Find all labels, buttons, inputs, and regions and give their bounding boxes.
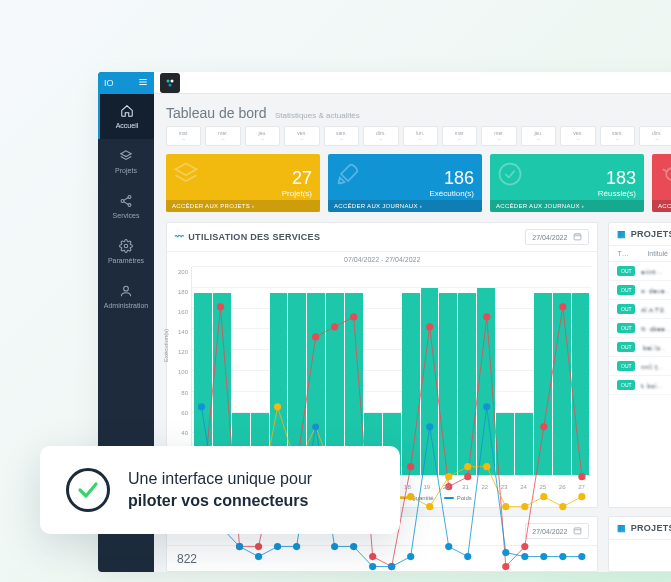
svg-point-56 [407, 493, 414, 500]
project-title: ṭ. ḅọị… [641, 382, 662, 389]
app-logo-icon[interactable] [160, 73, 180, 93]
chart-range-label: 07/04/2022 - 27/04/2022 [167, 252, 597, 263]
svg-point-84 [540, 553, 547, 560]
svg-point-80 [464, 553, 471, 560]
stat-card[interactable]: 183Réussie(s)ACCÉDER AUX JOURNAUX › [490, 154, 644, 212]
project-badge: OUT [617, 304, 635, 314]
svg-point-36 [426, 323, 433, 330]
layers-icon [119, 149, 133, 164]
sidebar-item-administration[interactable]: Administration [98, 274, 154, 319]
date-bar-day[interactable]: ven.– [284, 126, 319, 146]
svg-point-15 [500, 164, 521, 185]
date-bar-day[interactable]: mar.– [166, 126, 201, 146]
svg-marker-14 [176, 164, 197, 176]
date-bar-day[interactable]: mer.– [481, 126, 516, 146]
projects-panel-header: ▦PROJETS [609, 223, 671, 246]
stat-label: Exécution(s) [336, 189, 474, 198]
svg-point-42 [540, 423, 547, 430]
home-icon [120, 104, 134, 119]
svg-point-68 [236, 543, 243, 550]
chart-panel-title: 〰UTILISATION DES SERVICES [175, 232, 320, 242]
stat-label: Réussie(s) [498, 189, 636, 198]
grid-icon: ▦ [617, 523, 626, 533]
svg-point-64 [559, 503, 566, 510]
svg-point-35 [407, 463, 414, 470]
svg-point-13 [169, 83, 172, 86]
svg-point-75 [369, 563, 376, 570]
sidebar-item-label: Services [113, 212, 140, 219]
svg-point-72 [312, 423, 319, 430]
stat-card[interactable]: 27Projet(s)ACCÉDER AUX PROJETS › [166, 154, 320, 212]
project-badge: OUT [617, 285, 635, 295]
date-bar-day[interactable]: mar.– [442, 126, 477, 146]
svg-point-38 [464, 473, 471, 480]
stat-card[interactable]: ÉchouACCÉDER AUX JOURNAUX › [652, 154, 671, 212]
project-row[interactable]: OUT·ḅẹị.ḷṣ… [609, 338, 671, 357]
stat-label: Échou [660, 179, 671, 188]
svg-point-27 [255, 543, 262, 550]
date-bar-day[interactable]: dim.– [363, 126, 398, 146]
project-badge: OUT [617, 361, 635, 371]
sidebar-item-projets[interactable]: Projets [98, 139, 154, 184]
project-row[interactable]: OUTẠḷ.Ạ.Ṭ.Ṣ. [609, 300, 671, 319]
project-badge: OUT [617, 323, 635, 333]
projects-panel: ▦PROJETS T… Intitulé OUTẹrịṇṭ ·..OUTɑ· ḍ… [608, 222, 671, 508]
date-bar-day[interactable]: dim.– [639, 126, 671, 146]
sidebar-item-accueil[interactable]: Accueil [98, 94, 154, 139]
project-row[interactable]: OUTɑ· ḍẹṿạ… [609, 281, 671, 300]
layers-icon [172, 160, 200, 192]
gear-icon [119, 239, 133, 254]
check-icon [496, 160, 524, 192]
hamburger-icon[interactable] [138, 77, 148, 89]
svg-point-78 [426, 423, 433, 430]
svg-point-66 [198, 403, 205, 410]
date-bar-day[interactable]: mer.– [205, 126, 240, 146]
projects-panel-2-header: ▦PROJETS [609, 517, 671, 540]
stat-cards-row: 27Projet(s)ACCÉDER AUX PROJETS ›186Exécu… [154, 154, 671, 222]
date-bar-day[interactable]: jeu.– [521, 126, 556, 146]
svg-point-60 [483, 463, 490, 470]
projects-table-body: OUTẹrịṇṭ ·..OUTɑ· ḍẹṿạ…OUTẠḷ.Ạ.Ṭ.Ṣ.OUTṆ … [609, 262, 671, 395]
feature-callout-text: Une interface unique pour piloter vos co… [128, 468, 312, 511]
svg-point-86 [578, 553, 585, 560]
chart-panel-header: 〰UTILISATION DES SERVICES 27/04/2022 [167, 223, 597, 252]
project-row[interactable]: OUTṭ. ḅọị… [609, 376, 671, 395]
project-row[interactable]: OUTṆ · ṣḅẹẹ… [609, 319, 671, 338]
svg-point-57 [426, 503, 433, 510]
date-bar-day[interactable]: sam.– [600, 126, 635, 146]
svg-point-11 [167, 79, 170, 82]
topbar [154, 72, 671, 94]
stat-card[interactable]: 186Exécution(s)ACCÉDER AUX JOURNAUX › [328, 154, 482, 212]
svg-point-40 [502, 563, 509, 570]
date-bar-day[interactable]: sam.– [324, 126, 359, 146]
date-bar-day[interactable]: lun.– [403, 126, 438, 146]
share-icon [119, 194, 133, 209]
stat-footer-link[interactable]: ACCÉDER AUX JOURNAUX › [490, 200, 644, 212]
svg-point-30 [312, 333, 319, 340]
date-bar-day[interactable]: jeu.– [245, 126, 280, 146]
page-subtitle: Statistiques & actualités [275, 111, 360, 120]
stat-footer-link[interactable]: ACCÉDER AUX JOURNAUX › [652, 200, 671, 212]
sidebar-item-services[interactable]: Services [98, 184, 154, 229]
svg-point-41 [521, 543, 528, 550]
project-row[interactable]: OUTṇṇḷị ʈ… [609, 357, 671, 376]
date-bar-day[interactable]: ven.– [560, 126, 595, 146]
svg-point-65 [578, 493, 585, 500]
rocket-icon [334, 160, 362, 192]
svg-point-39 [483, 313, 490, 320]
svg-point-76 [388, 563, 395, 570]
svg-point-63 [540, 493, 547, 500]
chart-date-filter[interactable]: 27/04/2022 [525, 229, 589, 245]
svg-point-43 [559, 303, 566, 310]
svg-point-61 [502, 503, 509, 510]
stat-footer-link[interactable]: ACCÉDER AUX PROJETS › [166, 200, 320, 212]
svg-point-73 [331, 543, 338, 550]
chart-y-axis-label: Exécution(s) [163, 328, 169, 361]
svg-point-10 [124, 286, 129, 291]
sidebar-item-parametres[interactable]: Paramètres [98, 229, 154, 274]
projects-panel-2-title: ▦PROJETS [617, 523, 671, 533]
stat-footer-link[interactable]: ACCÉDER AUX JOURNAUX › [328, 200, 482, 212]
project-row[interactable]: OUTẹrịṇṭ ·.. [609, 262, 671, 281]
svg-point-31 [331, 323, 338, 330]
page-header: Tableau de bord Statistiques & actualité… [154, 94, 671, 126]
